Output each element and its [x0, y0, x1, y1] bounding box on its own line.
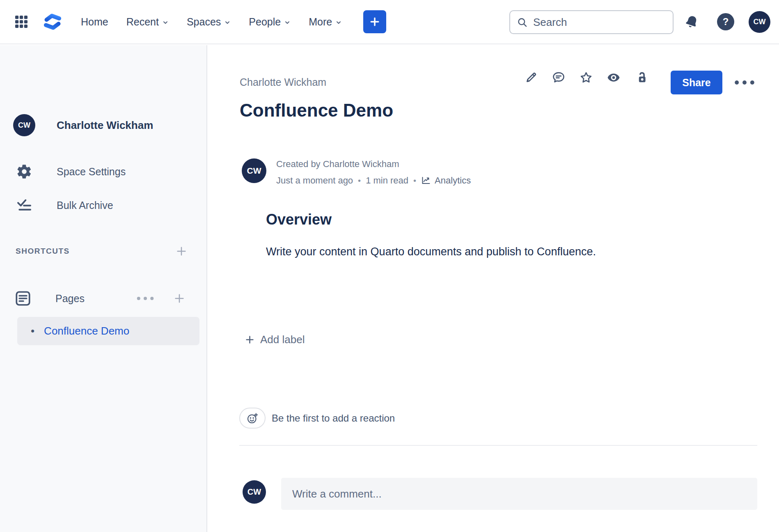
- avatar-initials: CW: [247, 487, 261, 497]
- confluence-logo-icon[interactable]: [41, 11, 64, 32]
- share-button[interactable]: Share: [671, 71, 722, 94]
- created-by: Created by Charlotte Wickham: [276, 159, 471, 170]
- nav-item-home[interactable]: Home: [81, 16, 108, 28]
- search-input[interactable]: [533, 16, 666, 29]
- sidebar-item-label: Space Settings: [57, 166, 126, 178]
- body-paragraph: Write your content in Quarto documents a…: [266, 245, 596, 258]
- sidebar-item-label: Bulk Archive: [57, 200, 113, 211]
- pages-icon: [14, 290, 32, 307]
- create-button[interactable]: [363, 10, 386, 33]
- analytics-label: Analytics: [435, 175, 471, 186]
- comment-bubble-icon[interactable]: [552, 71, 566, 85]
- body-heading: Overview: [266, 211, 332, 228]
- top-navigation: Home Recent Spaces People More: [0, 0, 779, 44]
- nav-item-spaces[interactable]: Spaces: [187, 16, 231, 28]
- space-name: Charlotte Wickham: [57, 119, 153, 132]
- space-sidebar: CW Charlotte Wickham Space Settings Bulk…: [0, 45, 207, 532]
- add-reaction-button[interactable]: [239, 408, 266, 429]
- analytics-chart-icon: [421, 176, 431, 186]
- avatar-initials: CW: [247, 166, 261, 176]
- dot-separator: •: [413, 176, 416, 186]
- nav-item-label: Recent: [126, 16, 159, 28]
- unlock-restrictions-icon[interactable]: [634, 71, 648, 85]
- byline-text: Created by Charlotte Wickham Just a mome…: [276, 158, 471, 186]
- page-content: Charlotte Wickham: [208, 45, 779, 532]
- nav-item-label: People: [249, 16, 281, 28]
- page-bullet: •: [31, 325, 34, 337]
- comment-box[interactable]: [281, 478, 757, 510]
- chevron-down-icon: [284, 19, 291, 26]
- add-page-icon[interactable]: [173, 292, 186, 305]
- watch-eye-icon[interactable]: [607, 71, 621, 85]
- avatar-initials: CW: [18, 121, 30, 130]
- page-actions: [524, 71, 648, 85]
- page-tree-item-confluence-demo[interactable]: • Confluence Demo: [17, 317, 199, 345]
- byline-meta: Just a moment ago • 1 min read • Analyti…: [276, 175, 471, 186]
- avatar-initials: CW: [754, 18, 766, 26]
- shortcuts-section: SHORTCUTS: [16, 244, 188, 258]
- search-icon: [517, 17, 528, 28]
- star-favorite-icon[interactable]: [579, 71, 593, 85]
- notifications-bell-icon[interactable]: [682, 12, 701, 32]
- edit-pencil-icon[interactable]: [524, 71, 538, 85]
- space-header[interactable]: CW Charlotte Wickham: [13, 114, 153, 136]
- nav-left-group: Home Recent Spaces People More: [14, 10, 386, 33]
- analytics-link[interactable]: Analytics: [421, 175, 471, 186]
- confluence-app: Home Recent Spaces People More: [0, 0, 779, 532]
- smiley-add-reaction-icon: [246, 412, 259, 424]
- nav-menu: Home Recent Spaces People More: [81, 16, 342, 28]
- add-label-button[interactable]: Add label: [244, 333, 305, 346]
- nav-item-people[interactable]: People: [249, 16, 291, 28]
- plus-icon: [369, 16, 381, 28]
- plus-icon: [244, 334, 255, 345]
- pages-more-icon[interactable]: [135, 294, 156, 303]
- chevron-down-icon: [224, 19, 231, 26]
- nav-item-more[interactable]: More: [309, 16, 342, 28]
- page-title: Confluence Demo: [240, 100, 393, 121]
- pages-label: Pages: [55, 293, 85, 305]
- bulk-archive-icon: [16, 197, 33, 214]
- page-more-actions-icon[interactable]: [733, 76, 756, 89]
- chevron-down-icon: [335, 19, 342, 26]
- shortcuts-header: SHORTCUTS: [16, 247, 70, 256]
- gear-icon: [16, 163, 33, 180]
- help-question-icon: ?: [723, 16, 729, 28]
- pages-section-header[interactable]: Pages: [14, 288, 188, 309]
- sidebar-item-bulk-archive[interactable]: Bulk Archive: [16, 195, 113, 216]
- byline: CW Created by Charlotte Wickham Just a m…: [242, 158, 471, 186]
- space-avatar: CW: [13, 114, 35, 136]
- nav-item-label: More: [309, 16, 332, 28]
- breadcrumb[interactable]: Charlotte Wickham: [240, 76, 326, 88]
- nav-item-recent[interactable]: Recent: [126, 16, 169, 28]
- reaction-hint: Be the first to add a reaction: [272, 413, 395, 424]
- nav-item-label: Home: [81, 16, 108, 28]
- nav-item-label: Spaces: [187, 16, 221, 28]
- chevron-down-icon: [162, 19, 169, 26]
- author-avatar[interactable]: CW: [242, 158, 266, 183]
- section-divider: [239, 445, 757, 446]
- app-switcher-icon[interactable]: [14, 14, 29, 30]
- commenter-avatar: CW: [243, 480, 266, 504]
- sidebar-item-space-settings[interactable]: Space Settings: [16, 161, 126, 182]
- page-tree-link[interactable]: Confluence Demo: [44, 325, 129, 337]
- comment-input[interactable]: [281, 488, 757, 500]
- help-button[interactable]: ?: [717, 13, 734, 30]
- dot-separator: •: [358, 176, 361, 186]
- read-time: 1 min read: [366, 175, 408, 186]
- search-box[interactable]: [509, 10, 674, 34]
- time-ago: Just a moment ago: [276, 175, 353, 186]
- add-shortcut-icon[interactable]: [175, 245, 188, 258]
- add-label-text: Add label: [260, 333, 305, 346]
- user-avatar[interactable]: CW: [749, 11, 770, 33]
